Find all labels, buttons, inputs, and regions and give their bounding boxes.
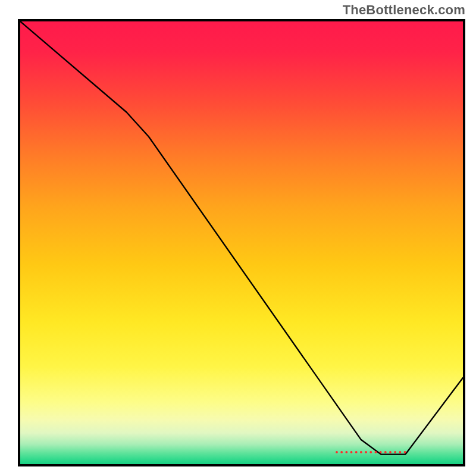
- bottleneck-gradient-background: [20, 21, 463, 464]
- attribution-text: TheBottleneck.com: [343, 2, 465, 18]
- svg-rect-0: [20, 21, 463, 464]
- chart-frame: [18, 19, 465, 466]
